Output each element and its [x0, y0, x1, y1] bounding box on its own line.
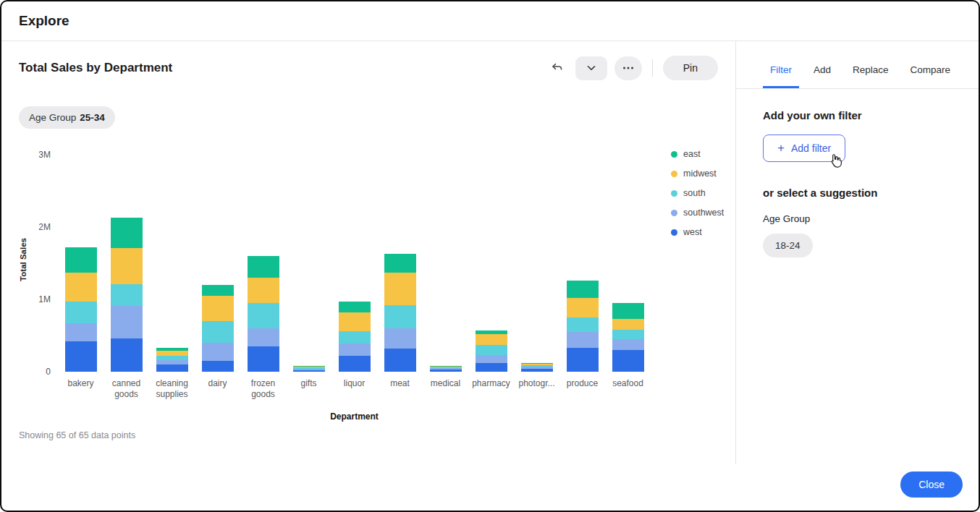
filter-chip-row: Age Group 25-34 — [19, 106, 718, 129]
filter-panel: FilterAddReplaceCompare Add your own fil… — [735, 41, 979, 511]
legend-item-west[interactable]: west — [671, 227, 724, 237]
bar-segment-south[interactable] — [248, 303, 279, 328]
bar-segment-west[interactable] — [248, 346, 279, 372]
undo-button[interactable] — [546, 56, 568, 80]
x-tick-label: medical — [423, 378, 468, 400]
legend-item-east[interactable]: east — [671, 149, 724, 159]
bar-segment-southwest[interactable] — [567, 332, 599, 348]
bar-segment-east[interactable] — [384, 254, 416, 273]
bar-segment-midwest[interactable] — [612, 319, 644, 330]
bar-bakery[interactable] — [65, 247, 97, 372]
bar-segment-west[interactable] — [202, 361, 234, 372]
bar-segment-southwest[interactable] — [339, 344, 371, 356]
bar-segment-midwest[interactable] — [248, 278, 279, 303]
filter-chip-label: Age Group — [29, 112, 76, 123]
bar-produce[interactable] — [567, 281, 599, 372]
x-tick-label: frozen goods — [240, 378, 286, 400]
bar-segment-southwest[interactable] — [476, 355, 507, 363]
tab-filter[interactable]: Filter — [763, 64, 799, 88]
bar-segment-west[interactable] — [293, 370, 325, 372]
bar-segment-west[interactable] — [612, 350, 644, 372]
tab-replace[interactable]: Replace — [845, 64, 896, 88]
filter-panel-footer: Close — [735, 461, 979, 511]
bar-segment-west[interactable] — [384, 349, 416, 372]
add-filter-button[interactable]: + Add filter — [763, 135, 845, 162]
bar-segment-west[interactable] — [111, 338, 143, 372]
more-options-button[interactable] — [614, 56, 642, 80]
x-tick-label: produce — [559, 378, 605, 400]
chart-toolbar: Pin — [546, 56, 718, 80]
legend-item-midwest[interactable]: midwest — [671, 168, 724, 179]
bar-segment-southwest[interactable] — [248, 328, 279, 346]
bar-segment-east[interactable] — [202, 285, 234, 296]
undo-history-dropdown-button[interactable] — [575, 56, 607, 80]
bar-segment-east[interactable] — [567, 281, 599, 298]
bar-segment-midwest[interactable] — [65, 273, 97, 302]
bar-segment-midwest[interactable] — [384, 273, 416, 305]
tab-compare[interactable]: Compare — [903, 64, 958, 88]
bar-segment-south[interactable] — [65, 302, 97, 323]
bar-segment-southwest[interactable] — [65, 323, 97, 341]
suggestion-chip-18-24[interactable]: 18-24 — [763, 234, 813, 257]
bar-segment-west[interactable] — [430, 370, 462, 372]
y-axis-title: Total Sales — [19, 148, 28, 372]
bar-segment-east[interactable] — [339, 302, 371, 312]
bar-segment-south[interactable] — [476, 345, 507, 355]
tab-add[interactable]: Add — [806, 64, 838, 88]
legend-item-south[interactable]: south — [671, 188, 724, 198]
bar-meat[interactable] — [384, 254, 416, 372]
bar-segment-midwest[interactable] — [476, 334, 507, 345]
legend: eastmidwestsouthsouthwestwest — [671, 148, 724, 422]
app-window: Explore Total Sales by Department — [0, 0, 980, 512]
bar-segment-west[interactable] — [567, 348, 599, 372]
bar-segment-south[interactable] — [202, 321, 234, 343]
content: Total Sales by Department — [1, 41, 979, 511]
bar-segment-west[interactable] — [476, 363, 507, 372]
bar-segment-east[interactable] — [612, 303, 644, 319]
y-tick-label: 2M — [38, 222, 51, 232]
legend-item-southwest[interactable]: southwest — [671, 208, 724, 218]
bar-photogr-[interactable] — [521, 363, 553, 372]
bar-dairy[interactable] — [202, 285, 234, 372]
bar-segment-south[interactable] — [339, 331, 371, 344]
bar-segment-west[interactable] — [521, 369, 553, 372]
bar-segment-east[interactable] — [248, 256, 279, 278]
bar-segment-midwest[interactable] — [202, 296, 234, 321]
bar-segment-midwest[interactable] — [339, 312, 371, 331]
bar-segment-south[interactable] — [612, 330, 644, 339]
plus-icon: + — [777, 143, 785, 153]
bar-segment-southwest[interactable] — [202, 343, 234, 361]
bar-segment-east[interactable] — [65, 247, 97, 273]
y-tick-label: 0 — [46, 367, 51, 377]
filter-panel-body: Add your own filter + Add filter or sele… — [735, 89, 979, 257]
bar-medical[interactable] — [430, 366, 462, 372]
bar-segment-southwest[interactable] — [612, 339, 644, 350]
x-tick-label: dairy — [195, 378, 240, 400]
bar-segment-west[interactable] — [339, 356, 371, 372]
plot-column: bakerycanned goodscleaning suppliesdairy… — [58, 148, 651, 422]
bar-segment-west[interactable] — [156, 364, 188, 372]
bar-cleaning-supplies[interactable] — [156, 348, 188, 372]
bar-seafood[interactable] — [612, 303, 644, 372]
bar-segment-south[interactable] — [111, 284, 143, 306]
bar-gifts[interactable] — [293, 366, 325, 372]
pin-button[interactable]: Pin — [663, 56, 718, 80]
x-axis-title: Department — [58, 411, 651, 422]
bar-segment-midwest[interactable] — [111, 248, 143, 284]
bar-segment-southwest[interactable] — [111, 306, 143, 338]
bar-pharmacy[interactable] — [476, 330, 507, 372]
x-tick-label: meat — [377, 378, 423, 400]
bar-segment-midwest[interactable] — [567, 298, 599, 317]
filter-chip[interactable]: Age Group 25-34 — [19, 106, 115, 129]
bar-segment-south[interactable] — [567, 317, 599, 332]
close-button[interactable]: Close — [900, 472, 963, 498]
bar-segment-southwest[interactable] — [384, 328, 416, 349]
bar-segment-south[interactable] — [384, 305, 416, 328]
bar-frozen-goods[interactable] — [248, 256, 279, 372]
bar-segment-west[interactable] — [65, 341, 97, 372]
x-axis: bakerycanned goodscleaning suppliesdairy… — [58, 378, 651, 400]
bar-canned-goods[interactable] — [111, 218, 143, 372]
bar-segment-midwest[interactable] — [156, 351, 188, 356]
bar-segment-east[interactable] — [111, 218, 143, 248]
bar-liquor[interactable] — [339, 302, 371, 372]
